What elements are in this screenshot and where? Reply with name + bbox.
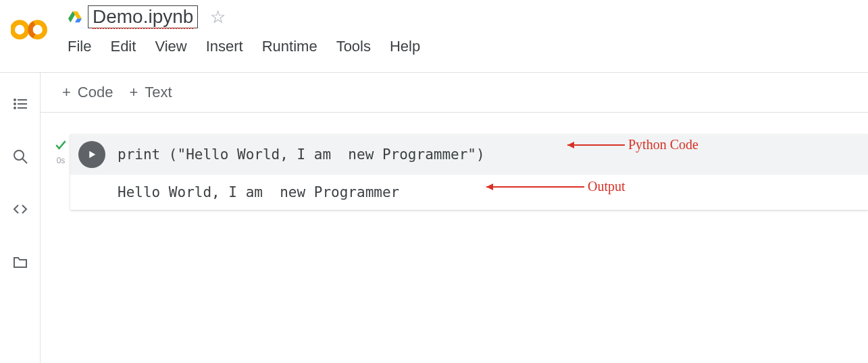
plus-icon: + [62, 84, 71, 101]
svg-point-7 [14, 103, 16, 105]
plus-icon: + [129, 84, 138, 101]
svg-point-0 [12, 22, 27, 37]
menu-edit[interactable]: Edit [110, 38, 136, 55]
menu-help[interactable]: Help [390, 38, 420, 55]
content: +Code +Text 0s print ("Hello World, I am [0, 73, 868, 363]
svg-point-11 [14, 150, 24, 160]
annotation-code: Python Code [561, 137, 698, 152]
cell-input-area[interactable]: print ("Hello World, I am new Programmer… [70, 134, 868, 175]
cell-toolbar: +Code +Text [41, 73, 868, 113]
menu-insert[interactable]: Insert [206, 38, 243, 55]
svg-marker-3 [75, 19, 82, 23]
add-text-button[interactable]: +Text [129, 84, 172, 101]
title-area: Demo.ipynb ☆ File Edit View Insert Runti… [68, 5, 420, 55]
search-icon[interactable] [12, 148, 28, 165]
check-icon [54, 138, 68, 155]
colab-logo [11, 9, 51, 50]
svg-point-9 [14, 107, 16, 109]
drive-icon [68, 10, 82, 24]
menu-view[interactable]: View [155, 38, 186, 55]
code-cell[interactable]: print ("Hello World, I am new Programmer… [70, 134, 868, 210]
filename-input[interactable]: Demo.ipynb [88, 5, 198, 28]
star-icon[interactable]: ☆ [210, 7, 226, 28]
run-button[interactable] [78, 141, 105, 168]
menu-file[interactable]: File [68, 38, 91, 55]
table-of-contents-icon[interactable] [12, 96, 28, 112]
code-snippets-icon[interactable] [12, 201, 28, 217]
left-rail [0, 73, 41, 363]
menu-tools[interactable]: Tools [336, 38, 371, 55]
svg-marker-15 [567, 142, 574, 148]
add-code-button[interactable]: +Code [62, 84, 113, 101]
svg-line-12 [22, 159, 27, 163]
code-text[interactable]: print ("Hello World, I am new Programmer… [118, 146, 485, 163]
menubar: File Edit View Insert Runtime Tools Help [68, 38, 420, 55]
svg-point-5 [14, 99, 16, 101]
menu-runtime[interactable]: Runtime [262, 38, 317, 55]
annotation-output: Output [480, 179, 626, 194]
svg-marker-17 [486, 184, 493, 190]
files-icon[interactable] [12, 254, 28, 270]
cell-gutter: 0s [51, 134, 70, 165]
notebook-area: 0s print ("Hello World, I am new Program… [41, 113, 868, 210]
exec-time: 0s [57, 156, 66, 165]
svg-marker-13 [89, 151, 95, 159]
main: +Code +Text 0s print ("Hello World, I am [41, 73, 868, 363]
header: Demo.ipynb ☆ File Edit View Insert Runti… [0, 0, 868, 73]
cell-output: Hello World, I am new Programmer [70, 175, 868, 210]
